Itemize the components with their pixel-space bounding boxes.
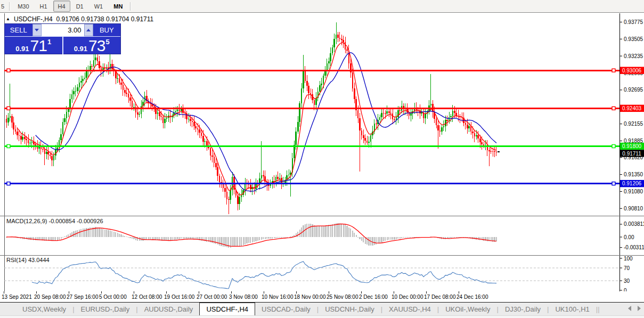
timeframes-toolbar: 5M30H1H4D1W1MN (0, 0, 644, 13)
level-handle[interactable] (612, 145, 615, 148)
level-handle[interactable] (7, 182, 10, 185)
chart-window: 0.937750.935050.932350.929650.926950.921… (0, 12, 644, 303)
time-tick (361, 291, 362, 293)
time-tick (199, 291, 199, 293)
chart-tab-UK100-H1[interactable]: UK100-,H1 (549, 303, 596, 315)
macd-tick-label: 0.00 (624, 234, 634, 240)
time-tick (264, 291, 264, 293)
rsi-label: RSI(14) 43.0444 (6, 257, 50, 263)
price-tick-label: 0.93235 (624, 53, 643, 59)
chart-tab-USDX-Weekly[interactable]: USDX,Weekly (16, 303, 72, 315)
one-click-trade-panel: SELL BUY 0.91 71 1 0.91 73 5 (4, 23, 121, 54)
time-axis[interactable]: 13 Sep 202120 Sep 08:0027 Sep 16:005 Oct… (0, 291, 644, 303)
time-label: 27 Oct 00:00 (197, 294, 227, 300)
price-marker-0.91206: 0.91206 (620, 180, 644, 187)
toolbar-separator (130, 2, 131, 11)
time-label: 18 Nov 00:00 (294, 294, 326, 300)
price-tick-label: 0.92695 (624, 87, 643, 93)
time-tick (134, 291, 134, 293)
sell-price-prefix: 0.91 (15, 45, 29, 52)
chart-ohlc-values: 0.91706 0.91738 0.91704 0.91711 (56, 15, 154, 23)
timeframe-button-H1[interactable]: H1 (35, 1, 52, 12)
chart-tab-USDCAD-Daily[interactable]: USDCAD-,Daily (255, 303, 317, 315)
time-label: 3 Nov 08:00 (229, 294, 258, 300)
sell-button[interactable]: SELL (5, 24, 32, 36)
terminal-screen: 5M30H1H4D1W1MN 0.937750.935050.932350.92… (0, 0, 644, 318)
level-handle[interactable] (7, 107, 10, 110)
time-tick (69, 291, 69, 293)
price-tick-label: 0.90810 (624, 206, 643, 211)
down-arrow-icon (35, 29, 39, 31)
price-marker-0.91711: 0.91711 (620, 150, 644, 157)
chart-tab-USDCHF-H4[interactable]: USDCHF-,H4 (199, 303, 255, 315)
tab-scroll-left-icon[interactable] (628, 306, 631, 311)
time-label: 10 Nov 16:00 (262, 294, 294, 300)
timeframe-button-MN[interactable]: MN (109, 1, 127, 12)
chart-symbol-label: USDCHF-,H4 (14, 15, 53, 23)
time-label: 10 Dec 00:00 (392, 294, 423, 300)
chart-tab-XAUUSD-H4[interactable]: XAUUSD-,H4 (382, 303, 437, 315)
price-marker-0.92403: 0.92403 (620, 105, 644, 112)
chart-title-bar: ▲ USDCHF-,H4 0.91706 0.91738 0.91704 0.9… (6, 15, 153, 23)
up-arrow-icon (86, 29, 91, 31)
price-marker-0.93006: 0.93006 (620, 67, 644, 74)
price-tick-label: 0.92155 (624, 121, 643, 127)
buy-button[interactable]: BUY (93, 24, 121, 36)
time-label: 2 Dec 16:00 (359, 294, 388, 300)
price-tick-label: 0.91080 (624, 189, 643, 194)
chart-tab-USDCNH-Daily[interactable]: USDCNH-,Daily (319, 303, 380, 315)
time-label: 24 Dec 16:00 (456, 294, 488, 300)
macd-panel[interactable]: 0.0038110.00-0.003115MACD(12,26,9) -0.00… (0, 216, 644, 256)
level-handle[interactable] (7, 145, 10, 148)
chart-tab-DJ30-Daily[interactable]: DJ30-,Daily (499, 303, 547, 315)
rsi-panel[interactable]: 10070300RSI(14) 43.0444 (0, 256, 644, 292)
timeframe-button-5[interactable]: 5 (0, 1, 6, 12)
sell-price[interactable]: 0.91 71 1 (5, 37, 62, 54)
svg-text:0.91711: 0.91711 (622, 151, 641, 157)
chart-tabs-bar: USDX,Weekly|EURUSD-,Daily|AUDUSD-,DailyU… (0, 303, 644, 315)
volume-input[interactable] (42, 24, 84, 36)
macd-tick-label: -0.003115 (624, 244, 644, 250)
level-handle[interactable] (612, 107, 615, 110)
chart-tab-AUDUSD-Daily[interactable]: AUDUSD-,Daily (138, 303, 200, 315)
collapse-triangle-icon[interactable]: ▲ (6, 17, 10, 21)
level-handle[interactable] (612, 182, 615, 185)
volume-decrease-button[interactable] (32, 24, 42, 36)
chart-tab-UKOil-Weekly[interactable]: UKOil-,Weekly (439, 303, 496, 315)
time-label: 13 Sep 2021 (2, 294, 32, 300)
level-handle[interactable] (612, 69, 615, 72)
buy-price-sup: 5 (105, 38, 109, 45)
time-label: 12 Oct 08:00 (132, 294, 162, 300)
time-tick (4, 291, 4, 293)
sell-price-sup: 1 (47, 38, 51, 45)
price-tick-label: 0.93775 (624, 19, 643, 25)
time-label: 17 Dec 08:00 (424, 294, 456, 300)
time-tick (231, 291, 232, 293)
tab-scroll-right-icon[interactable] (638, 306, 641, 311)
level-handle[interactable] (7, 69, 10, 72)
svg-text:0.91206: 0.91206 (622, 181, 642, 186)
time-label: 20 Sep 08:00 (34, 294, 66, 300)
chart-tab-EURUSD-Daily[interactable]: EURUSD-,Daily (75, 303, 136, 315)
time-label: 25 Nov 08:00 (327, 294, 358, 300)
price-tick-label: 0.91350 (624, 172, 643, 177)
time-label: 5 Oct 00:00 (99, 294, 127, 300)
time-tick (101, 291, 102, 293)
time-label: 27 Sep 16:00 (67, 294, 99, 300)
time-tick (36, 291, 37, 293)
timeframe-button-W1[interactable]: W1 (89, 1, 108, 12)
volume-increase-button[interactable] (84, 24, 93, 36)
timeframe-button-H4[interactable]: H4 (53, 1, 70, 12)
timeframe-button-M30[interactable]: M30 (13, 1, 34, 12)
tab-separator: | (598, 303, 599, 315)
time-tick (166, 291, 167, 293)
macd-tick-label: 0.003811 (624, 221, 644, 227)
timeframe-button-D1[interactable]: D1 (71, 1, 88, 12)
toolbar-separator (9, 2, 10, 11)
time-tick (329, 291, 329, 293)
buy-price[interactable]: 0.91 73 5 (63, 37, 121, 54)
rsi-tick-label: 30 (624, 278, 630, 284)
rsi-tick-label: 100 (624, 256, 633, 262)
buy-price-prefix: 0.91 (74, 45, 87, 52)
time-tick (426, 291, 427, 293)
